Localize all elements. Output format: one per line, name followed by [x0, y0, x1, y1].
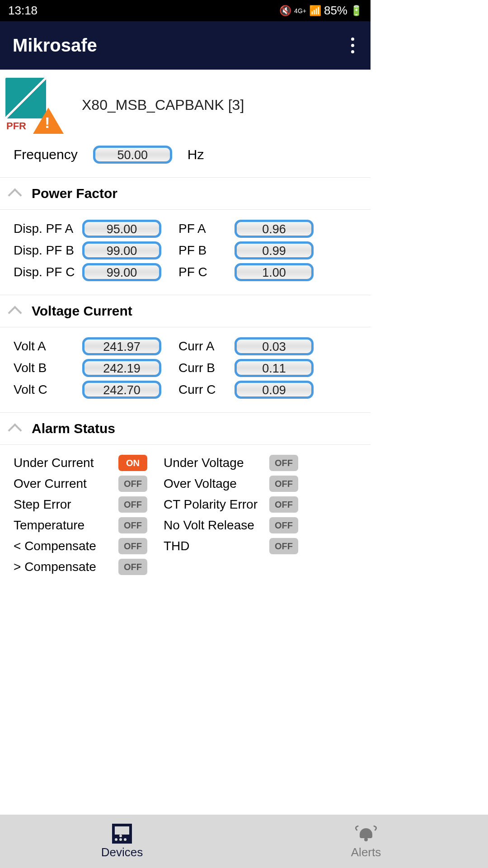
frequency-row: Frequency 50.00 Hz	[0, 136, 371, 177]
frequency-unit: Hz	[188, 147, 204, 162]
battery-percent: 85%	[324, 4, 347, 18]
reading-value[interactable]: 99.00	[82, 263, 161, 281]
section-title: Alarm Status	[32, 421, 115, 436]
alarm-label: Over Current	[14, 476, 118, 491]
status-bar: 13:18 🔇 4G+ 📶 85% 🔋	[0, 0, 371, 21]
reading-label: Volt C	[14, 382, 80, 397]
device-header: PFR X80_MSB_CAPBANK [3]	[0, 70, 371, 136]
reading-label: Volt A	[14, 339, 80, 354]
device-name: X80_MSB_CAPBANK [3]	[82, 97, 244, 113]
reading-label: PF C	[178, 265, 233, 279]
reading-value[interactable]: 0.11	[235, 359, 314, 377]
alarm-label: Under Current	[14, 456, 118, 470]
alarm-label: Step Error	[14, 497, 118, 512]
section-header-voltage-current[interactable]: Voltage Current	[0, 295, 371, 327]
reading-value[interactable]: 99.00	[82, 241, 161, 259]
alarm-state-pill: OFF	[269, 476, 298, 492]
section-header-alarm-status[interactable]: Alarm Status	[0, 412, 371, 445]
alarm-state-pill: OFF	[118, 517, 147, 533]
reading-label: Volt B	[14, 361, 80, 375]
overflow-menu-button[interactable]	[347, 34, 358, 57]
reading-label: Disp. PF B	[14, 243, 80, 258]
reading-label: PF A	[178, 222, 233, 236]
reading-value[interactable]: 0.99	[235, 241, 314, 259]
reading-value[interactable]: 95.00	[82, 220, 161, 238]
alarm-state-pill: OFF	[269, 455, 298, 471]
reading-value[interactable]: 242.70	[82, 381, 161, 399]
status-time: 13:18	[8, 4, 38, 18]
app-bar: Mikrosafe	[0, 21, 371, 70]
frequency-label: Frequency	[14, 147, 78, 162]
reading-label: Curr A	[178, 339, 233, 354]
alarm-label: Under Voltage	[164, 456, 269, 470]
device-icon: PFR	[5, 78, 62, 132]
frequency-value[interactable]: 50.00	[93, 146, 172, 164]
voltage-current-grid: Volt A241.97Curr A0.03Volt B242.19Curr B…	[0, 327, 371, 412]
reading-label: PF B	[178, 243, 233, 258]
reading-value[interactable]: 241.97	[82, 337, 161, 355]
alarm-label: No Volt Release	[164, 518, 269, 533]
alarm-label: > Compensate	[14, 560, 118, 574]
warning-triangle-icon	[33, 108, 64, 134]
alarm-state-pill: OFF	[269, 517, 298, 533]
content-scroll[interactable]: PFR X80_MSB_CAPBANK [3] Frequency 50.00 …	[0, 70, 371, 606]
alarm-state-pill: OFF	[118, 496, 147, 513]
reading-label: Disp. PF C	[14, 265, 80, 279]
alarm-label: Temperature	[14, 518, 118, 533]
reading-label: Disp. PF A	[14, 222, 80, 236]
reading-value[interactable]: 242.19	[82, 359, 161, 377]
alarm-label: THD	[164, 539, 269, 553]
section-header-power-factor[interactable]: Power Factor	[0, 177, 371, 210]
pfr-label: PFR	[6, 120, 26, 132]
section-title: Power Factor	[32, 186, 117, 201]
section-title: Voltage Current	[32, 303, 132, 319]
reading-value[interactable]: 0.03	[235, 337, 314, 355]
alarm-state-pill: OFF	[269, 538, 298, 554]
alarm-state-pill: OFF	[118, 476, 147, 492]
chevron-up-icon	[8, 188, 22, 202]
alarm-label: CT Polarity Error	[164, 497, 269, 512]
reading-label: Curr C	[178, 382, 233, 397]
mute-vibrate-icon: 🔇	[279, 5, 291, 17]
reading-value[interactable]: 1.00	[235, 263, 314, 281]
chevron-up-icon	[8, 423, 22, 437]
reading-value[interactable]: 0.09	[235, 381, 314, 399]
alarm-status-grid: Under CurrentONUnder VoltageOFFOver Curr…	[0, 445, 371, 580]
reading-label: Curr B	[178, 361, 233, 375]
alarm-state-pill: OFF	[118, 538, 147, 554]
status-right: 🔇 4G+ 📶 85% 🔋	[279, 4, 362, 18]
alarm-state-pill: ON	[118, 455, 147, 471]
alarm-state-pill: OFF	[269, 496, 298, 513]
network-type: 4G+	[294, 7, 306, 14]
power-factor-grid: Disp. PF A95.00PF A0.96Disp. PF B99.00PF…	[0, 210, 371, 295]
reading-value[interactable]: 0.96	[235, 220, 314, 238]
signal-icon: 📶	[309, 5, 321, 17]
app-title: Mikrosafe	[13, 35, 97, 56]
alarm-state-pill: OFF	[118, 559, 147, 575]
battery-charging-icon: 🔋	[350, 5, 362, 17]
alarm-label: Over Voltage	[164, 476, 269, 491]
chevron-up-icon	[8, 306, 22, 320]
alarm-label: < Compensate	[14, 539, 118, 553]
